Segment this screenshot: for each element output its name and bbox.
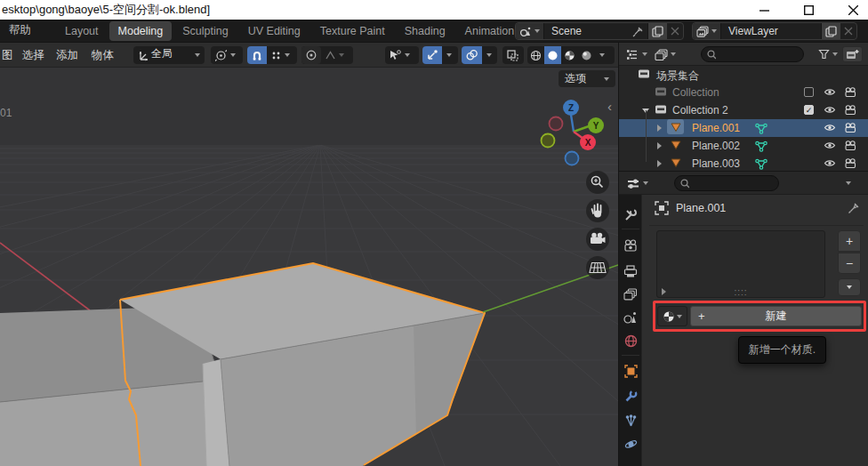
hide-eye-icon[interactable] bbox=[824, 141, 836, 150]
pin-scene-button[interactable] bbox=[629, 23, 647, 39]
menu-object[interactable]: 物体 bbox=[92, 48, 114, 63]
expand-caret-icon[interactable] bbox=[657, 125, 662, 132]
tab-sculpting[interactable]: Sculpting bbox=[173, 21, 237, 41]
filter-button[interactable] bbox=[816, 46, 840, 62]
viewport-canvas[interactable]: Z Y X bbox=[0, 68, 618, 466]
proportional-falloff-dropdown[interactable] bbox=[321, 46, 349, 64]
toggle-view-button[interactable] bbox=[586, 256, 609, 279]
tab-object[interactable] bbox=[623, 363, 639, 379]
properties-search-input[interactable] bbox=[693, 178, 773, 189]
maximize-button[interactable] bbox=[799, 2, 818, 18]
disable-render-camera-icon[interactable] bbox=[844, 158, 856, 168]
row-collection-2[interactable]: Collection 2 ✓ bbox=[619, 101, 868, 119]
breadcrumb-object-name[interactable]: Plane.001 bbox=[676, 202, 726, 214]
object-type-visibility-dropdown[interactable] bbox=[385, 46, 419, 64]
tab-view-layer[interactable] bbox=[623, 286, 639, 302]
expand-caret-icon[interactable] bbox=[657, 142, 662, 149]
menu-help[interactable]: 帮助 bbox=[0, 23, 40, 38]
show-overlays-toggle[interactable] bbox=[462, 46, 482, 64]
shading-solid-button[interactable] bbox=[544, 46, 561, 64]
disable-render-camera-icon[interactable] bbox=[844, 105, 856, 115]
tab-modifiers[interactable] bbox=[623, 388, 639, 404]
add-material-slot-button[interactable]: + bbox=[838, 230, 861, 252]
resize-grip[interactable]: :::: bbox=[734, 287, 747, 297]
row-plane-001[interactable]: Plane.001 bbox=[619, 119, 868, 137]
editor-type-button[interactable] bbox=[623, 175, 651, 191]
show-gizmo-toggle[interactable] bbox=[422, 46, 442, 64]
tab-modeling[interactable]: Modeling bbox=[109, 21, 173, 41]
menu-view[interactable]: 图 bbox=[2, 48, 13, 63]
pivot-point-dropdown[interactable] bbox=[211, 46, 243, 64]
properties-options-button[interactable] bbox=[843, 175, 854, 191]
transform-orientation-dropdown[interactable]: 全局 bbox=[133, 46, 205, 64]
unlink-scene-button[interactable] bbox=[667, 23, 683, 39]
new-scene-button[interactable] bbox=[647, 23, 667, 39]
material-slot-list[interactable]: :::: bbox=[656, 230, 825, 298]
hide-eye-icon[interactable] bbox=[824, 158, 836, 168]
properties-search[interactable] bbox=[674, 175, 779, 191]
gizmo-dropdown[interactable] bbox=[442, 46, 456, 64]
viewport-options-button[interactable]: 选项 bbox=[559, 70, 615, 87]
tab-texture-paint[interactable]: Texture Paint bbox=[311, 21, 394, 41]
xray-toggle[interactable] bbox=[502, 46, 524, 64]
snap-toggle[interactable] bbox=[247, 46, 267, 64]
tab-world[interactable] bbox=[623, 333, 639, 349]
collection-checkbox-unchecked[interactable] bbox=[804, 87, 814, 97]
tab-uv-editing[interactable]: UV Editing bbox=[239, 21, 309, 41]
tab-physics[interactable] bbox=[623, 436, 639, 452]
remove-view-layer-button[interactable] bbox=[840, 23, 856, 39]
view-layer-selector[interactable]: ViewLayer bbox=[692, 22, 857, 40]
shading-rendered-button[interactable] bbox=[578, 46, 595, 64]
shading-dropdown[interactable] bbox=[595, 46, 609, 64]
menu-add[interactable]: 添加 bbox=[56, 48, 78, 63]
disable-render-camera-icon[interactable] bbox=[844, 87, 856, 97]
tab-render[interactable] bbox=[623, 237, 639, 253]
view-layer-name[interactable]: ViewLayer bbox=[721, 25, 821, 37]
new-view-layer-button[interactable] bbox=[821, 23, 840, 39]
material-specials-button[interactable] bbox=[838, 278, 861, 296]
shading-material-button[interactable] bbox=[561, 46, 578, 64]
outliner-search[interactable] bbox=[701, 46, 804, 62]
new-collection-button[interactable] bbox=[842, 46, 863, 62]
shading-wireframe-button[interactable] bbox=[527, 46, 544, 64]
expand-caret-icon[interactable] bbox=[657, 160, 662, 167]
sidebar-collapse-arrow[interactable]: ‹ bbox=[607, 100, 612, 113]
editor-type-button[interactable] bbox=[623, 46, 650, 62]
tab-shading[interactable]: Shading bbox=[396, 21, 454, 41]
row-plane-002[interactable]: Plane.002 bbox=[619, 137, 868, 155]
disable-render-camera-icon[interactable] bbox=[844, 141, 856, 150]
row-collection[interactable]: Collection bbox=[619, 84, 868, 101]
tab-output[interactable] bbox=[623, 263, 639, 279]
outliner-search-input[interactable] bbox=[719, 49, 798, 60]
scene-selector[interactable]: Scene bbox=[515, 22, 684, 40]
camera-view-button[interactable] bbox=[586, 228, 609, 251]
view-layer-browse-button[interactable] bbox=[693, 23, 721, 39]
remove-material-slot-button[interactable]: − bbox=[838, 253, 861, 274]
new-material-button[interactable]: + 新建 bbox=[690, 306, 862, 326]
scene-browse-button[interactable] bbox=[516, 23, 544, 39]
snap-to-dropdown[interactable] bbox=[267, 46, 294, 64]
tab-particles[interactable] bbox=[623, 413, 639, 429]
tab-layout[interactable]: Layout bbox=[56, 21, 108, 41]
scene-name[interactable]: Scene bbox=[544, 25, 629, 37]
tab-scene[interactable] bbox=[623, 309, 639, 325]
pan-tool-button[interactable] bbox=[586, 199, 609, 222]
menu-select[interactable]: 选择 bbox=[22, 48, 44, 63]
browse-material-button[interactable] bbox=[657, 306, 687, 326]
overlays-dropdown[interactable] bbox=[482, 46, 496, 64]
hide-eye-icon[interactable] bbox=[824, 105, 836, 115]
row-plane-003[interactable]: Plane.003 bbox=[619, 155, 868, 173]
hide-eye-icon[interactable] bbox=[824, 87, 836, 97]
pin-id-button[interactable] bbox=[848, 202, 860, 214]
proportional-edit-toggle[interactable] bbox=[301, 46, 321, 64]
tab-tool[interactable] bbox=[623, 206, 639, 222]
tab-animation[interactable]: Animation bbox=[456, 21, 524, 41]
expand-filter-icon[interactable] bbox=[662, 288, 666, 295]
minimize-button[interactable] bbox=[754, 2, 774, 18]
close-button[interactable] bbox=[843, 2, 863, 18]
hide-eye-icon[interactable] bbox=[824, 123, 836, 133]
disable-render-camera-icon[interactable] bbox=[844, 123, 856, 133]
collection-checkbox-checked[interactable]: ✓ bbox=[804, 105, 814, 115]
zoom-tool-button[interactable] bbox=[586, 171, 609, 194]
row-scene-collection[interactable]: 场景集合 bbox=[619, 66, 868, 84]
